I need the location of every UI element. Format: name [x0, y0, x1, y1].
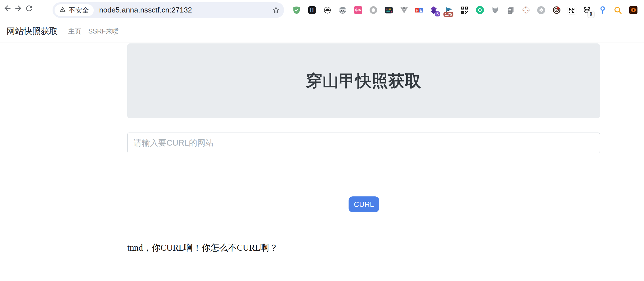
back-icon [3, 4, 12, 14]
url-text[interactable]: node5.anna.nssctf.cn:27132 [99, 6, 192, 14]
reload-button[interactable] [23, 3, 35, 15]
warning-icon [59, 6, 66, 14]
orange-magnifier-icon[interactable] [613, 6, 622, 15]
blue-pin-icon[interactable] [598, 6, 607, 15]
taunt-message: tnnd，你CURL啊！你怎么不CURL啊？ [127, 242, 278, 254]
nav-link-ssrf[interactable]: SSRF来喽 [88, 27, 119, 36]
ring-icon[interactable] [369, 6, 378, 15]
browser-window: 不安全 node5.anna.nssctf.cn:27132 H 中A [0, 0, 644, 281]
layers-badge: 5 [435, 11, 440, 16]
dark-eye-icon[interactable] [629, 6, 638, 15]
site-navbar: 网站快照获取 主页 SSRF来喽 [0, 20, 644, 43]
hat-icon[interactable] [323, 6, 332, 15]
navbar-brand[interactable]: 网站快照获取 [7, 26, 58, 37]
divider [127, 231, 600, 231]
reload-icon [25, 4, 34, 14]
copy-docs-icon[interactable] [506, 6, 515, 15]
truffle-diamond-icon[interactable]: T R F L [521, 6, 530, 15]
security-chip-label: 不安全 [68, 6, 89, 15]
qr-moon-icon[interactable] [567, 6, 576, 15]
adguard-shield-icon[interactable] [292, 6, 301, 15]
pennant-flag-icon[interactable]: 1.75 [445, 6, 454, 15]
clover-icon[interactable] [537, 6, 546, 15]
forward-button[interactable] [12, 3, 24, 15]
radar-gauge-icon[interactable] [552, 6, 561, 15]
qr-code-icon[interactable] [460, 6, 469, 15]
hero-title: 穿山甲快照获取 [306, 70, 421, 92]
bookmark-star-button[interactable] [272, 6, 280, 14]
pennant-badge: 1.75 [443, 12, 453, 17]
panda-badge: 0 [588, 11, 594, 17]
hero-banner: 穿山甲快照获取 [127, 43, 600, 118]
star-icon [272, 11, 280, 15]
extensions-row: H 中A F E [292, 0, 638, 20]
fehelper-icon[interactable]: F E [415, 6, 423, 14]
hackbar-icon[interactable]: H [307, 6, 316, 15]
security-chip[interactable]: 不安全 [55, 4, 94, 16]
translate-icon[interactable]: 中A [353, 6, 362, 15]
url-input[interactable] [127, 133, 600, 153]
modheader-icon[interactable] [384, 6, 393, 15]
curl-button[interactable]: CURL [349, 196, 379, 212]
vue-icon[interactable] [399, 6, 409, 15]
back-button[interactable] [1, 3, 13, 15]
purple-layers-icon[interactable]: 5 [429, 6, 438, 15]
address-bar[interactable]: 不安全 node5.anna.nssctf.cn:27132 [53, 2, 284, 18]
forward-icon [14, 4, 23, 14]
wolf-icon[interactable] [491, 6, 500, 15]
panda-icon[interactable]: 0 [583, 6, 592, 15]
ninja-icon[interactable] [338, 6, 347, 15]
nav-link-home[interactable]: 主页 [68, 27, 81, 36]
browser-toolbar: 不安全 node5.anna.nssctf.cn:27132 H 中A [0, 0, 644, 20]
sync-icon[interactable] [475, 6, 484, 15]
